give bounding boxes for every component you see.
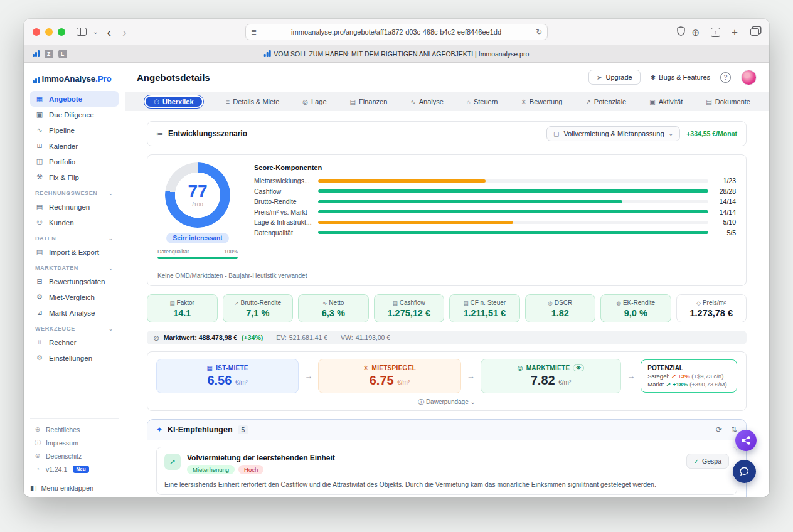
tab-potenziale[interactable]: ↗Potenziale <box>585 98 626 105</box>
bugs-features-button[interactable]: ✱Bugs & Features <box>651 73 710 81</box>
sidebar-item-rechnungen[interactable]: ▤Rechnungen <box>30 199 119 215</box>
share-fab[interactable] <box>735 430 757 451</box>
sidebar-item-markt-analyse[interactable]: ⊿Markt-Analyse <box>30 305 119 321</box>
logo-text-suffix: .Pro <box>95 74 111 83</box>
section-marktdaten[interactable]: MARKTDATEN⌄ <box>30 260 119 274</box>
upgrade-button[interactable]: ➤Upgrade <box>588 70 641 85</box>
sidebar-item-due-diligence[interactable]: ▣Due Diligence <box>30 107 119 122</box>
tab-steuern[interactable]: ⌂Steuern <box>467 98 498 105</box>
chat-fab[interactable] <box>733 460 756 483</box>
share-icon[interactable]: ↑ <box>711 28 720 37</box>
content-scroll-area[interactable]: ≔ Entwicklungsszenario ▢Vollvermietung &… <box>125 111 769 497</box>
sidebar-item-label: Portfolio <box>49 158 75 166</box>
sidebar-item-bewertungsdaten[interactable]: ⊟Bewertungsdaten <box>30 274 119 289</box>
version-label: v1.24.1 <box>46 466 67 473</box>
tab-ueberblick[interactable]: ⚇Überxlick <box>144 95 203 108</box>
reader-icon[interactable]: ≣ <box>251 28 257 36</box>
saved-button[interactable]: ✓Gespa <box>686 454 729 469</box>
collapse-menu-button[interactable]: ◧Menü eniklappen <box>30 479 119 492</box>
version-badge: Neu <box>73 466 88 473</box>
tab-bewertung[interactable]: ✳Bewertung <box>521 98 562 105</box>
favorites-icons: Z L <box>33 50 67 58</box>
tab-analyse[interactable]: ∿Analyse <box>410 98 444 105</box>
tab-overview-icon[interactable] <box>750 28 759 36</box>
ki-empfehlungen-card: ✦ KI-Empfehlungen 5 ⟳ ⇅ ↗ <box>147 419 747 497</box>
recommendation-card[interactable]: ↗ Volviermietung der leerstehenden Einhe… <box>156 447 737 495</box>
kpi-cf-n-steuer: ▤CF n. Steuer1.211,51 € <box>449 294 520 322</box>
kpi-ek-rendite: ◍EK-Rendite9,0 % <box>600 294 671 322</box>
sidebar-item-fix-flip[interactable]: ⚒Fix & Flip <box>30 169 119 185</box>
minimize-window-button[interactable] <box>45 28 53 36</box>
tab-aktivitaet[interactable]: ▣Aktivität <box>649 98 683 105</box>
component-row: Lage & Infrastrukt...5/10 <box>254 217 736 228</box>
close-window-button[interactable] <box>33 28 40 36</box>
sidebar-item-pipeline[interactable]: ∿Pipeline <box>30 122 119 138</box>
section-rechnungswesen[interactable]: RECHNUNGSWESEN⌄ <box>30 185 119 199</box>
bookmarks-bar: Z L VOM SOLL ZUM HABEN: MIT DEM RIGHTIGE… <box>24 45 769 63</box>
chevron-down-icon[interactable]: ⌄ <box>93 29 98 35</box>
privacy-shield-icon[interactable] <box>677 26 685 37</box>
tab-details-miete[interactable]: ≡Details & Miete <box>226 98 280 105</box>
forward-button[interactable]: › <box>120 26 129 38</box>
tab-finanzen[interactable]: ▤Finanzen <box>350 98 388 105</box>
sidebar-item-portfolio[interactable]: ◫Portfolio <box>30 154 119 169</box>
section-daten[interactable]: DATEN⌄ <box>30 230 119 244</box>
marktmiete-box: ◎MARKTMIETE👁 7.82 €/m² <box>481 359 622 393</box>
sidebar-item-angebote[interactable]: ▦Angebote <box>30 91 119 107</box>
new-tab-icon[interactable]: + <box>732 27 738 38</box>
sidebar-toggle-icon[interactable] <box>77 28 87 36</box>
component-bar <box>318 189 708 193</box>
help-button[interactable]: ? <box>720 72 731 83</box>
collapse-expand-icon[interactable]: ⇅ <box>731 425 737 434</box>
sidebar-item-kalender[interactable]: ⊞Kalender <box>30 138 119 154</box>
sidebar-item-kunden[interactable]: ⚇Kunden <box>30 215 119 230</box>
user-avatar[interactable] <box>741 70 757 85</box>
logo-bars-icon <box>33 77 40 83</box>
refresh-icon[interactable]: ⟳ <box>716 425 722 434</box>
reload-icon[interactable]: ↻ <box>536 28 542 36</box>
target-icon: ◎ <box>154 334 159 341</box>
barchart-favicon[interactable] <box>33 50 40 57</box>
chevron-down-icon: ⌄ <box>109 265 114 271</box>
version-row: ◔v1.24.1Neu <box>30 462 119 476</box>
sidebar-item-einstellungen[interactable]: ⚙Einstellungen <box>30 350 119 366</box>
zoom-window-button[interactable] <box>58 28 65 36</box>
favicon-l[interactable]: L <box>58 50 67 58</box>
favicon-z[interactable]: Z <box>45 50 53 58</box>
footer-item-datenschutz[interactable]: ⊜Decenschitz <box>30 449 119 462</box>
rent-source-dropdown[interactable]: ⓘ Dawerpundage ⌄ <box>156 398 737 407</box>
sidebar-item-label: Bewertungsdaten <box>49 278 105 285</box>
rocket-icon: ➤ <box>597 74 602 81</box>
section-werkzeuge[interactable]: WERKZEUGE⌄ <box>30 321 119 334</box>
chevron-down-icon: ⌄ <box>109 190 114 196</box>
download-icon[interactable]: ⊕ <box>691 28 700 37</box>
score-card: 77 /100 Seirr interessant Datenqualität … <box>147 154 747 286</box>
tab-lage[interactable]: ◎Lage <box>302 98 326 105</box>
footer-item-impressum[interactable]: ⓘImpressum <box>30 436 119 449</box>
active-bookmark[interactable]: VOM SOLL ZUM HABEN: MIT DEM RIGHTIGEN AN… <box>264 50 530 58</box>
sidebar-item-miet-vergleich[interactable]: ⚙Miet-Vergleich <box>30 289 119 305</box>
pin-icon: ◎ <box>302 98 308 105</box>
url-bar[interactable]: ≣ immoanalyse.pro/angebote/aff1a872-d03c… <box>245 24 548 40</box>
clock-icon: ◔ <box>34 466 41 472</box>
clipboard-icon: ▣ <box>649 98 655 105</box>
app-logo[interactable]: ImmoAnalyse.Pro <box>30 69 119 91</box>
component-row: Brutto-Rendite14/14 <box>254 196 736 207</box>
sidebar-item-label: Due Diligence <box>49 111 94 119</box>
sidebar-item-label: Einstellungen <box>49 354 92 362</box>
eye-icon[interactable]: 👁 <box>573 364 584 371</box>
users-icon: ⚇ <box>35 218 44 226</box>
scenario-selector[interactable]: ▢Vollvermietung & Mietanpassung⌄ <box>546 126 680 141</box>
arrow-right-icon: → <box>304 371 312 381</box>
sidebar-item-rechner[interactable]: ⌗Rechner <box>30 334 119 350</box>
gear-icon: ⚙ <box>35 354 44 362</box>
tab-dokumente[interactable]: ▤Dokumente <box>706 98 750 105</box>
quality-label: Datenqualität <box>157 248 189 255</box>
scenario-delta: +334,55 €/Monat <box>686 130 737 137</box>
back-button[interactable]: ‹ <box>104 26 114 38</box>
sidebar-item-import-export[interactable]: ▤Import & Export <box>30 244 119 260</box>
scenario-card: ≔ Entwicklungsszenario ▢Vollvermietung &… <box>147 121 747 146</box>
trend-up-icon: ↗ <box>234 300 238 306</box>
marktwert-strip: ◎ Marktwert: 488.478,98 € (+34%) EV:521.… <box>147 331 747 344</box>
footer-item-rechtliches[interactable]: ⊕Rechtliches <box>30 423 119 436</box>
